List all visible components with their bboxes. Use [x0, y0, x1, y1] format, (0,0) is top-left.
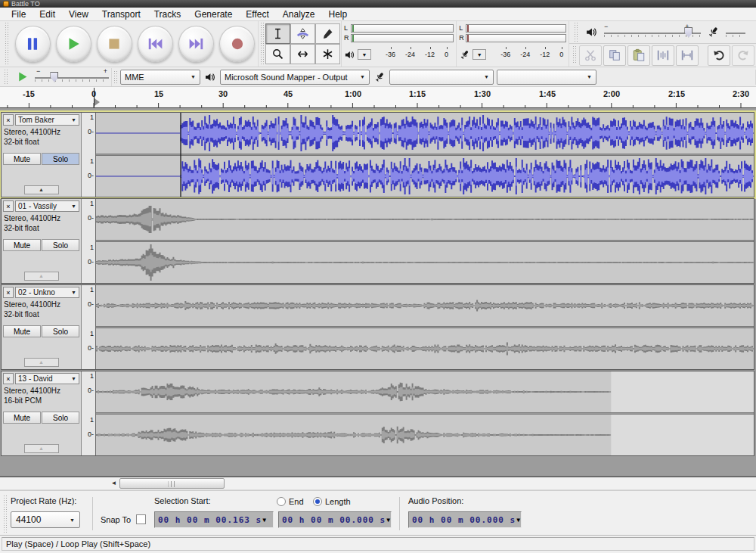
track-name-menu[interactable]: 01 - Vassily▼ [15, 200, 79, 212]
menu-tracks[interactable]: Tracks [147, 9, 188, 20]
track-waveform[interactable] [96, 371, 754, 455]
collapse-track-button[interactable]: ▲ [24, 272, 59, 281]
toolbar-grip[interactable] [4, 23, 9, 65]
playback-speed-slider[interactable]: − + [35, 70, 109, 85]
menu-edit[interactable]: Edit [33, 9, 62, 20]
menu-help[interactable]: Help [322, 9, 355, 20]
redo-button[interactable] [732, 45, 754, 66]
recording-meter-toolbar[interactable]: LR▼-36-24-120 [457, 21, 569, 67]
track-close-button[interactable]: × [3, 200, 14, 212]
undo-button[interactable] [708, 45, 730, 66]
audio-host-select[interactable]: MME ▼ [120, 70, 200, 85]
timeline-ruler[interactable]: -1501530451:001:151:301:452:002:152:30 [0, 87, 756, 108]
selection-start-field[interactable]: 00 h 00 m 00.163 s ▼ [154, 511, 274, 528]
waveform-canvas[interactable] [96, 371, 754, 455]
track-name-menu[interactable]: 13 - David▼ [15, 373, 79, 384]
selection-length-field[interactable]: 00 h 00 m 00.000 s ▼ [278, 511, 392, 528]
skip-to-end-button[interactable] [178, 26, 214, 62]
playback-meter-menu-button[interactable]: ▼ [358, 49, 371, 60]
stop-button[interactable] [97, 26, 132, 62]
cut-button[interactable] [579, 45, 602, 66]
recording-meter-bar[interactable] [466, 24, 566, 33]
solo-button[interactable]: Solo [42, 239, 79, 251]
recording-meter-channel-label: L [459, 25, 466, 32]
waveform-canvas[interactable] [96, 199, 754, 283]
collapse-track-button[interactable]: ▲ [24, 185, 59, 194]
input-device-select[interactable]: ▼ [389, 70, 494, 85]
mute-button[interactable]: Mute [3, 153, 41, 165]
play-at-speed-button[interactable] [13, 69, 31, 85]
playback-meter-bar[interactable] [351, 24, 454, 33]
input-volume-slider[interactable] [726, 25, 745, 40]
menu-analyze[interactable]: Analyze [276, 9, 322, 20]
mute-button[interactable]: Mute [3, 325, 41, 337]
menu-file[interactable]: File [5, 9, 33, 20]
recording-meter-bars[interactable]: LR [459, 23, 566, 43]
collapse-track-button[interactable]: ▲ [24, 358, 59, 367]
scroll-left-arrow-icon[interactable]: ◄ [108, 478, 119, 489]
audio-position-field[interactable]: 00 h 00 m 00.000 s ▼ [408, 511, 522, 528]
zoom-tool-button[interactable] [265, 44, 290, 64]
waveform-canvas[interactable] [96, 285, 754, 369]
recording-meter-menu-button[interactable]: ▼ [472, 49, 486, 60]
horizontal-scrollbar-thumb[interactable] [119, 478, 225, 489]
vertical-scale-ruler[interactable]: 10-10- [82, 371, 96, 455]
track-close-button[interactable]: × [3, 114, 14, 126]
solo-button[interactable]: Solo [42, 153, 79, 165]
collapse-track-button[interactable]: ▲ [24, 444, 59, 453]
toolbar-grip[interactable] [259, 23, 265, 65]
silence-button[interactable] [676, 45, 699, 66]
output-device-select[interactable]: Microsoft Sound Mapper - Output ▼ [220, 70, 370, 85]
waveform-canvas[interactable] [96, 113, 754, 197]
paste-button[interactable] [627, 45, 650, 66]
playhead-marker-icon[interactable] [94, 98, 100, 106]
selection-tool-button[interactable] [265, 23, 290, 44]
menu-effect[interactable]: Effect [239, 9, 275, 20]
vertical-scale-ruler[interactable]: 10-10- [82, 199, 96, 283]
window-title: Battle TO [11, 0, 40, 8]
solo-button[interactable]: Solo [42, 412, 79, 424]
toolbar-grip[interactable] [573, 23, 578, 42]
track-waveform[interactable] [96, 113, 754, 197]
track-name-menu[interactable]: 02 - Unkno▼ [15, 287, 79, 298]
toolbar-grip[interactable] [113, 71, 118, 83]
draw-tool-button[interactable] [315, 23, 340, 44]
output-volume-slider[interactable]: − + [604, 25, 701, 40]
project-rate-select[interactable]: 44100 ▼ [11, 511, 80, 528]
solo-button[interactable]: Solo [42, 325, 79, 337]
mute-button[interactable]: Mute [3, 239, 41, 251]
length-radio[interactable] [313, 497, 322, 506]
pause-button[interactable] [15, 26, 51, 62]
toolbar-grip[interactable] [2, 496, 8, 533]
timeshift-tool-button[interactable] [290, 44, 315, 64]
playback-meter-bar[interactable] [351, 34, 454, 42]
trim-button[interactable] [652, 45, 674, 66]
toolbar-grip[interactable] [572, 46, 577, 64]
copy-button[interactable] [603, 45, 626, 66]
track-name-menu[interactable]: Tom Baker▼ [15, 114, 79, 126]
skip-to-start-button[interactable] [138, 26, 173, 62]
track-waveform[interactable] [96, 199, 754, 283]
menu-transport[interactable]: Transport [95, 9, 147, 20]
record-button[interactable] [219, 26, 255, 62]
multi-tool-button[interactable] [315, 44, 340, 64]
menu-generate[interactable]: Generate [187, 9, 239, 20]
playback-meter-toolbar[interactable]: LR▼-36-24-120 [342, 21, 457, 67]
play-button[interactable] [56, 26, 91, 62]
track-close-button[interactable]: × [3, 287, 14, 298]
envelope-tool-button[interactable] [290, 23, 315, 44]
horizontal-scrollbar[interactable]: ◄ [0, 477, 756, 490]
toolbar-grip[interactable] [3, 70, 8, 85]
vertical-scale-ruler[interactable]: 10-10- [82, 113, 96, 197]
playback-meter-bars[interactable]: LR [344, 23, 454, 43]
track-waveform[interactable] [96, 285, 754, 369]
snap-to-checkbox[interactable] [136, 514, 146, 524]
recording-meter-bar[interactable] [466, 34, 566, 42]
mute-button[interactable]: Mute [3, 412, 41, 424]
end-radio[interactable] [277, 497, 286, 506]
vertical-scale-ruler[interactable]: 10-10- [82, 285, 96, 369]
menu-view[interactable]: View [62, 9, 95, 20]
track-close-button[interactable]: × [3, 373, 14, 384]
input-channels-select[interactable]: ▼ [497, 70, 596, 85]
window-titlebar[interactable]: Battle TO [0, 0, 756, 8]
